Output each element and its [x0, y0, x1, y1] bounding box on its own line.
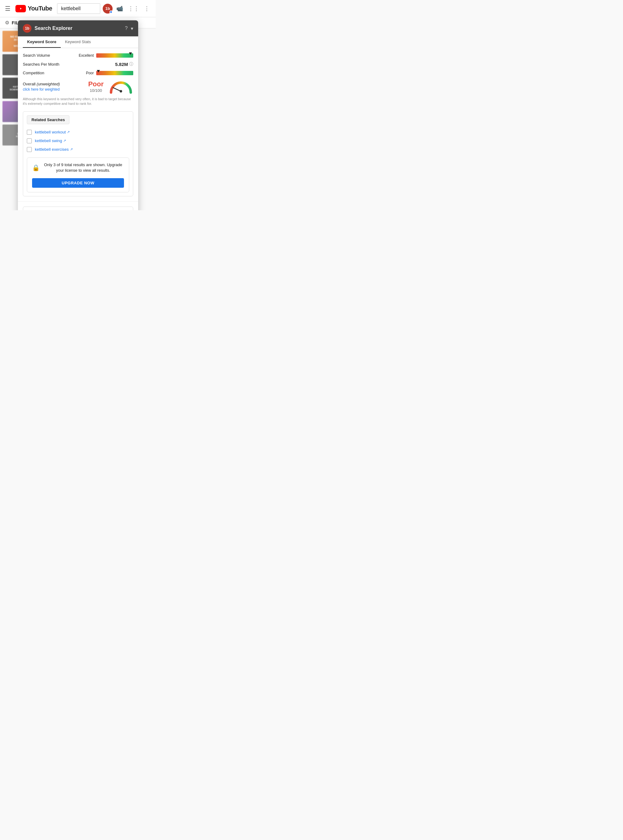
filter-icon: ⚙ [5, 20, 9, 26]
related-checkbox-2[interactable] [27, 138, 32, 143]
related-searches-list: kettlebell workout ↗ kettlebell swing ↗ [27, 128, 129, 154]
svg-point-4 [120, 90, 122, 92]
search-volume-rating: Excellent [79, 54, 94, 58]
related-upgrade-text: Only 3 of 9 total results are shown. Upg… [42, 162, 124, 173]
overall-left: Overall (unweighted) click here for weig… [23, 82, 88, 92]
search-explorer-panel: 1b Search Explorer ? ▾ Keyword Score Key… [18, 20, 138, 210]
related-link-3[interactable]: kettlebell exercises ↗ [35, 147, 73, 151]
upgrade-box-row-1: 🔒 Only 3 of 9 total results are shown. U… [32, 162, 124, 173]
most-used-tags-inner: Most Used Tags Select: All | None Most u… [23, 207, 133, 210]
related-searches-header: Related Searches [27, 115, 69, 124]
lock-icon-1: 🔒 [32, 164, 40, 171]
tab-keyword-score[interactable]: Keyword Score [23, 37, 61, 48]
youtube-header: ☰ YouTube 1b 📹 ⋮⋮ ⋮ [0, 0, 156, 17]
competition-indicator [97, 70, 100, 72]
search-volume-indicator [129, 52, 132, 55]
video-camera-icon[interactable]: 📹 [115, 4, 124, 13]
svg-line-3 [113, 87, 121, 91]
related-link-1[interactable]: kettlebell workout ↗ [35, 130, 70, 135]
related-checkbox-1[interactable] [27, 130, 32, 135]
panel-header: 1b Search Explorer ? ▾ [18, 20, 138, 37]
competition-row: Competition Poor [23, 70, 133, 75]
grid-icon[interactable]: ⋮⋮ [127, 4, 140, 13]
related-searches-section: Related Searches kettlebell workout ↗ ke… [23, 111, 133, 196]
related-item-3: kettlebell exercises ↗ [27, 145, 129, 154]
search-input[interactable] [57, 4, 100, 14]
more-icon[interactable]: ⋮ [143, 4, 151, 13]
search-volume-color-bar [96, 54, 133, 58]
overall-label: Overall (unweighted) [23, 82, 88, 86]
competition-color-bar [96, 71, 133, 75]
external-link-icon-1: ↗ [67, 130, 70, 134]
avatar-dot [109, 11, 113, 14]
youtube-logo-icon [15, 5, 26, 12]
youtube-logo-text: YouTube [28, 5, 52, 12]
related-checkbox-3[interactable] [27, 147, 32, 152]
external-link-icon-2: ↗ [63, 139, 66, 143]
overall-score-block: Poor 10/100 [88, 80, 104, 92]
overall-score-label: Poor [88, 80, 104, 88]
panel-title: Search Explorer [35, 26, 122, 31]
svg-marker-0 [20, 8, 22, 9]
tab-keyword-stats[interactable]: Keyword Stats [61, 37, 95, 48]
related-link-2[interactable]: kettlebell swing ↗ [35, 138, 66, 143]
overall-row: Overall (unweighted) click here for weig… [23, 79, 133, 94]
related-searches-upgrade-box: 🔒 Only 3 of 9 total results are shown. U… [27, 158, 129, 192]
competition-label: Competition [23, 70, 86, 75]
gauge-svg [109, 79, 133, 94]
panel-logo: 1b [23, 24, 31, 33]
avatar-badge[interactable]: 1b [103, 4, 113, 14]
menu-icon[interactable]: ☰ [5, 5, 11, 12]
external-link-icon-3: ↗ [70, 147, 73, 151]
most-used-tags-container: Most Used Tags Select: All | None Most u… [23, 207, 133, 210]
help-icon[interactable]: ? [125, 26, 128, 31]
competition-rating: Poor [86, 71, 94, 75]
search-volume-bar [96, 54, 133, 58]
related-item-1: kettlebell workout ↗ [27, 128, 129, 136]
keyword-score-content: Search Volume Excellent Searches Per Mon… [18, 48, 138, 201]
weighted-link[interactable]: click here for weighted [23, 87, 60, 92]
related-searches-inner: Related Searches kettlebell workout ↗ ke… [23, 112, 133, 196]
searches-per-month-label: Searches Per Month [23, 62, 115, 67]
keyword-description: Although this keyword is searched very o… [23, 97, 133, 106]
related-item-2: kettlebell swing ↗ [27, 136, 129, 145]
overall-score-value: 10/100 [88, 88, 104, 93]
panel-tabs: Keyword Score Keyword Stats [18, 37, 138, 48]
search-volume-label: Search Volume [23, 53, 79, 58]
youtube-logo[interactable]: YouTube [15, 5, 52, 12]
related-upgrade-button[interactable]: UPGRADE NOW [32, 178, 124, 188]
chevron-down-icon[interactable]: ▾ [131, 26, 133, 31]
competition-bar [96, 71, 133, 75]
searches-per-month-value: 5.82M [115, 62, 128, 67]
gauge-chart [109, 79, 133, 94]
searches-info-icon[interactable]: ⓘ [129, 61, 133, 67]
header-icons: 1b 📹 ⋮⋮ ⋮ [103, 4, 151, 14]
most-used-tags-section: Most Used Tags Select: All | None Most u… [18, 201, 138, 210]
search-volume-row: Search Volume Excellent [23, 53, 133, 58]
search-bar[interactable] [57, 3, 100, 14]
searches-per-month-row: Searches Per Month 5.82M ⓘ [23, 61, 133, 67]
